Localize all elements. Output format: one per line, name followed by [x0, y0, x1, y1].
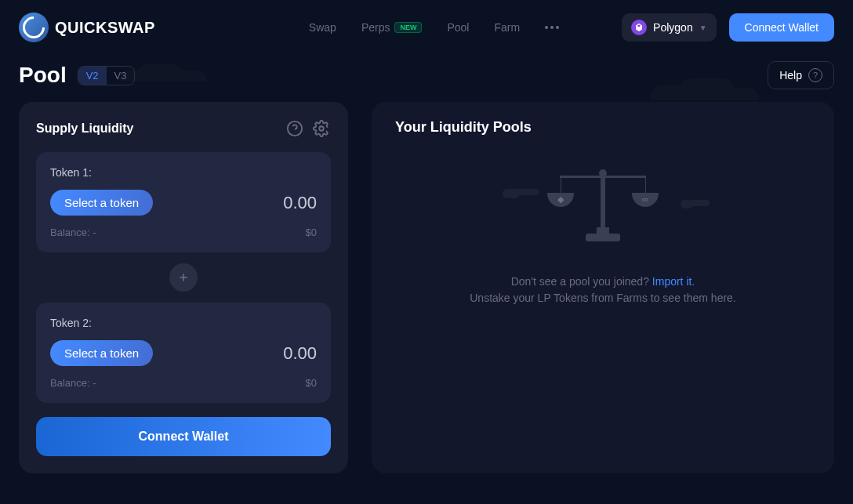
info-icon[interactable] [285, 119, 304, 138]
pools-title: Your Liquidity Pools [395, 119, 811, 136]
supply-title: Supply Liquidity [36, 121, 133, 136]
nav-perps-label: Perps [361, 21, 390, 34]
logo-text: QUICKSWAP [55, 19, 155, 37]
quickswap-logo-icon [19, 13, 49, 42]
help-label: Help [779, 69, 802, 82]
import-link[interactable]: Import it [652, 275, 692, 288]
polygon-icon [631, 20, 647, 35]
connect-wallet-button[interactable]: Connect Wallet [729, 13, 834, 42]
nav-farm[interactable]: Farm [494, 21, 520, 34]
token2-balance-label: Balance: - [50, 377, 96, 389]
help-icon: ? [808, 68, 822, 82]
liquidity-pools-panel: Your Liquidity Pools ◆ ∞ Don't see a poo… [372, 102, 834, 473]
nav-perps[interactable]: Perps NEW [361, 21, 423, 34]
help-button[interactable]: Help ? [768, 61, 834, 89]
new-badge: NEW [394, 22, 422, 33]
version-tabs: V2 V3 [78, 66, 136, 85]
token1-amount[interactable]: 0.00 [283, 193, 317, 213]
empty-text-suffix: . [691, 275, 695, 288]
token2-card: Token 2: Select a token 0.00 Balance: - … [36, 303, 331, 403]
empty-text-prefix: Don't see a pool you joined? [511, 275, 652, 288]
empty-state-illustration: ◆ ∞ [525, 159, 681, 253]
add-token-button[interactable] [169, 263, 198, 292]
token1-card: Token 1: Select a token 0.00 Balance: - … [36, 152, 331, 252]
token2-balance-value: $0 [306, 377, 317, 389]
token1-select-button[interactable]: Select a token [50, 190, 153, 216]
token2-select-button[interactable]: Select a token [50, 340, 153, 366]
tab-v3[interactable]: V3 [107, 67, 135, 85]
nav-swap[interactable]: Swap [309, 21, 336, 34]
connect-wallet-main-button[interactable]: Connect Wallet [36, 417, 331, 456]
supply-liquidity-panel: Supply Liquidity Token 1: Select a token… [19, 102, 348, 473]
chevron-down-icon: ▼ [699, 24, 707, 32]
page-title: Pool [19, 63, 67, 88]
token1-label: Token 1: [50, 166, 317, 179]
nav-more[interactable] [545, 26, 559, 29]
token2-amount[interactable]: 0.00 [283, 343, 317, 364]
svg-point-1 [319, 126, 324, 131]
logo[interactable]: QUICKSWAP [19, 13, 155, 42]
nav-pool[interactable]: Pool [447, 21, 469, 34]
empty-text-line2: Unstake your LP Tokens from Farms to see… [470, 290, 736, 306]
settings-icon[interactable] [312, 119, 331, 138]
token1-balance-label: Balance: - [50, 227, 96, 238]
token1-balance-value: $0 [306, 227, 317, 238]
more-icon [545, 26, 559, 29]
network-label: Polygon [653, 21, 693, 34]
token2-label: Token 2: [50, 317, 317, 329]
network-selector[interactable]: Polygon ▼ [622, 13, 717, 42]
tab-v2[interactable]: V2 [78, 67, 107, 85]
